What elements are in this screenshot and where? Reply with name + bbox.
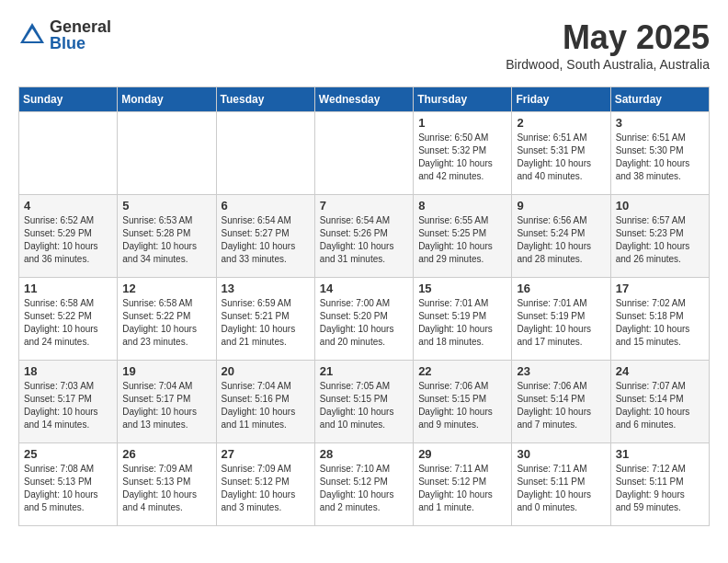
calendar-cell: 22Sunrise: 7:06 AM Sunset: 5:15 PM Dayli… bbox=[414, 361, 512, 443]
day-info: Sunrise: 7:04 AM Sunset: 5:17 PM Dayligh… bbox=[122, 380, 210, 431]
calendar-week-row: 25Sunrise: 7:08 AM Sunset: 5:13 PM Dayli… bbox=[19, 443, 710, 526]
day-header-friday: Friday bbox=[512, 87, 610, 112]
calendar-week-row: 4Sunrise: 6:52 AM Sunset: 5:29 PM Daylig… bbox=[19, 195, 710, 278]
day-number: 2 bbox=[517, 116, 605, 130]
calendar-cell: 1Sunrise: 6:50 AM Sunset: 5:32 PM Daylig… bbox=[414, 112, 512, 195]
calendar-cell: 8Sunrise: 6:55 AM Sunset: 5:25 PM Daylig… bbox=[414, 195, 512, 278]
calendar-cell: 30Sunrise: 7:11 AM Sunset: 5:11 PM Dayli… bbox=[512, 443, 610, 526]
day-number: 26 bbox=[122, 447, 210, 461]
day-info: Sunrise: 6:58 AM Sunset: 5:22 PM Dayligh… bbox=[122, 297, 210, 349]
day-header-thursday: Thursday bbox=[414, 87, 512, 112]
day-header-sunday: Sunday bbox=[19, 87, 118, 112]
calendar-cell: 17Sunrise: 7:02 AM Sunset: 5:18 PM Dayli… bbox=[610, 278, 709, 361]
day-info: Sunrise: 7:11 AM Sunset: 5:11 PM Dayligh… bbox=[517, 463, 605, 514]
day-info: Sunrise: 6:58 AM Sunset: 5:22 PM Dayligh… bbox=[24, 297, 112, 349]
day-info: Sunrise: 7:02 AM Sunset: 5:18 PM Dayligh… bbox=[616, 297, 704, 349]
calendar-week-row: 18Sunrise: 7:03 AM Sunset: 5:17 PM Dayli… bbox=[19, 361, 710, 443]
day-number: 17 bbox=[616, 282, 704, 295]
day-info: Sunrise: 7:11 AM Sunset: 5:12 PM Dayligh… bbox=[418, 463, 506, 514]
day-info: Sunrise: 7:12 AM Sunset: 5:11 PM Dayligh… bbox=[616, 463, 704, 514]
day-number: 23 bbox=[517, 364, 605, 378]
calendar-cell: 25Sunrise: 7:08 AM Sunset: 5:13 PM Dayli… bbox=[19, 443, 118, 526]
day-info: Sunrise: 6:57 AM Sunset: 5:23 PM Dayligh… bbox=[616, 214, 704, 266]
calendar-cell: 29Sunrise: 7:11 AM Sunset: 5:12 PM Dayli… bbox=[414, 443, 512, 526]
day-number: 27 bbox=[222, 447, 310, 461]
location-text: Birdwood, South Australia, Australia bbox=[506, 57, 710, 72]
day-number: 20 bbox=[222, 364, 310, 378]
day-number: 22 bbox=[418, 364, 506, 378]
day-info: Sunrise: 7:01 AM Sunset: 5:19 PM Dayligh… bbox=[517, 297, 605, 349]
day-info: Sunrise: 6:54 AM Sunset: 5:27 PM Dayligh… bbox=[222, 214, 310, 266]
day-number: 7 bbox=[320, 199, 408, 213]
day-info: Sunrise: 7:00 AM Sunset: 5:20 PM Dayligh… bbox=[320, 297, 408, 349]
calendar-cell: 6Sunrise: 6:54 AM Sunset: 5:27 PM Daylig… bbox=[216, 195, 314, 278]
day-info: Sunrise: 7:07 AM Sunset: 5:14 PM Dayligh… bbox=[616, 380, 704, 431]
day-number: 18 bbox=[24, 364, 112, 378]
day-info: Sunrise: 7:06 AM Sunset: 5:15 PM Dayligh… bbox=[418, 380, 506, 431]
calendar-cell: 20Sunrise: 7:04 AM Sunset: 5:16 PM Dayli… bbox=[216, 361, 314, 443]
calendar-cell: 28Sunrise: 7:10 AM Sunset: 5:12 PM Dayli… bbox=[314, 443, 413, 526]
day-info: Sunrise: 7:01 AM Sunset: 5:19 PM Dayligh… bbox=[418, 297, 506, 349]
day-info: Sunrise: 7:09 AM Sunset: 5:13 PM Dayligh… bbox=[122, 463, 210, 514]
day-number: 21 bbox=[320, 364, 408, 378]
calendar-cell: 14Sunrise: 7:00 AM Sunset: 5:20 PM Dayli… bbox=[314, 278, 413, 361]
calendar-cell: 5Sunrise: 6:53 AM Sunset: 5:28 PM Daylig… bbox=[118, 195, 216, 278]
day-info: Sunrise: 6:52 AM Sunset: 5:29 PM Dayligh… bbox=[24, 214, 112, 266]
calendar-cell: 27Sunrise: 7:09 AM Sunset: 5:12 PM Dayli… bbox=[216, 443, 314, 526]
calendar-week-row: 11Sunrise: 6:58 AM Sunset: 5:22 PM Dayli… bbox=[19, 278, 710, 361]
calendar-cell: 26Sunrise: 7:09 AM Sunset: 5:13 PM Dayli… bbox=[118, 443, 216, 526]
logo-blue-text: Blue bbox=[50, 35, 111, 52]
day-number: 16 bbox=[517, 282, 605, 295]
calendar-cell: 24Sunrise: 7:07 AM Sunset: 5:14 PM Dayli… bbox=[610, 361, 709, 443]
calendar-cell: 3Sunrise: 6:51 AM Sunset: 5:30 PM Daylig… bbox=[610, 112, 709, 195]
day-number: 29 bbox=[418, 447, 506, 461]
day-number: 12 bbox=[122, 282, 210, 295]
day-info: Sunrise: 7:05 AM Sunset: 5:15 PM Dayligh… bbox=[320, 380, 408, 431]
day-info: Sunrise: 7:10 AM Sunset: 5:12 PM Dayligh… bbox=[320, 463, 408, 514]
calendar-cell: 21Sunrise: 7:05 AM Sunset: 5:15 PM Dayli… bbox=[314, 361, 413, 443]
day-header-wednesday: Wednesday bbox=[314, 87, 413, 112]
calendar-header-row: SundayMondayTuesdayWednesdayThursdayFrid… bbox=[19, 87, 710, 112]
calendar-cell bbox=[19, 112, 118, 195]
calendar-cell: 7Sunrise: 6:54 AM Sunset: 5:26 PM Daylig… bbox=[314, 195, 413, 278]
day-info: Sunrise: 6:51 AM Sunset: 5:31 PM Dayligh… bbox=[517, 132, 605, 183]
day-info: Sunrise: 7:06 AM Sunset: 5:14 PM Dayligh… bbox=[517, 380, 605, 431]
calendar-cell bbox=[216, 112, 314, 195]
calendar-cell: 16Sunrise: 7:01 AM Sunset: 5:19 PM Dayli… bbox=[512, 278, 610, 361]
day-header-monday: Monday bbox=[118, 87, 216, 112]
calendar-cell bbox=[314, 112, 413, 195]
day-number: 1 bbox=[418, 116, 506, 130]
day-number: 13 bbox=[222, 282, 310, 295]
day-number: 6 bbox=[222, 199, 310, 213]
day-info: Sunrise: 6:59 AM Sunset: 5:21 PM Dayligh… bbox=[222, 297, 310, 349]
day-info: Sunrise: 6:54 AM Sunset: 5:26 PM Dayligh… bbox=[320, 214, 408, 266]
day-info: Sunrise: 6:50 AM Sunset: 5:32 PM Dayligh… bbox=[418, 132, 506, 183]
month-title: May 2025 bbox=[506, 18, 710, 57]
day-number: 4 bbox=[24, 199, 112, 213]
calendar-cell: 4Sunrise: 6:52 AM Sunset: 5:29 PM Daylig… bbox=[19, 195, 118, 278]
calendar-cell: 19Sunrise: 7:04 AM Sunset: 5:17 PM Dayli… bbox=[118, 361, 216, 443]
day-info: Sunrise: 7:09 AM Sunset: 5:12 PM Dayligh… bbox=[222, 463, 310, 514]
calendar-cell: 15Sunrise: 7:01 AM Sunset: 5:19 PM Dayli… bbox=[414, 278, 512, 361]
day-number: 19 bbox=[122, 364, 210, 378]
day-info: Sunrise: 6:55 AM Sunset: 5:25 PM Dayligh… bbox=[418, 214, 506, 266]
day-number: 8 bbox=[418, 199, 506, 213]
day-info: Sunrise: 7:03 AM Sunset: 5:17 PM Dayligh… bbox=[24, 380, 112, 431]
calendar-cell: 2Sunrise: 6:51 AM Sunset: 5:31 PM Daylig… bbox=[512, 112, 610, 195]
calendar-cell: 10Sunrise: 6:57 AM Sunset: 5:23 PM Dayli… bbox=[610, 195, 709, 278]
calendar-cell: 9Sunrise: 6:56 AM Sunset: 5:24 PM Daylig… bbox=[512, 195, 610, 278]
day-number: 11 bbox=[24, 282, 112, 295]
logo: General Blue bbox=[18, 18, 111, 52]
day-number: 24 bbox=[616, 364, 704, 378]
day-info: Sunrise: 7:04 AM Sunset: 5:16 PM Dayligh… bbox=[222, 380, 310, 431]
calendar-cell: 11Sunrise: 6:58 AM Sunset: 5:22 PM Dayli… bbox=[19, 278, 118, 361]
calendar-cell: 23Sunrise: 7:06 AM Sunset: 5:14 PM Dayli… bbox=[512, 361, 610, 443]
day-info: Sunrise: 6:53 AM Sunset: 5:28 PM Dayligh… bbox=[122, 214, 210, 266]
calendar-cell: 13Sunrise: 6:59 AM Sunset: 5:21 PM Dayli… bbox=[216, 278, 314, 361]
calendar-cell: 18Sunrise: 7:03 AM Sunset: 5:17 PM Dayli… bbox=[19, 361, 118, 443]
logo-general-text: General bbox=[50, 18, 111, 35]
day-header-saturday: Saturday bbox=[610, 87, 709, 112]
calendar-cell bbox=[118, 112, 216, 195]
title-block: May 2025 Birdwood, South Australia, Aust… bbox=[506, 18, 710, 72]
day-number: 25 bbox=[24, 447, 112, 461]
